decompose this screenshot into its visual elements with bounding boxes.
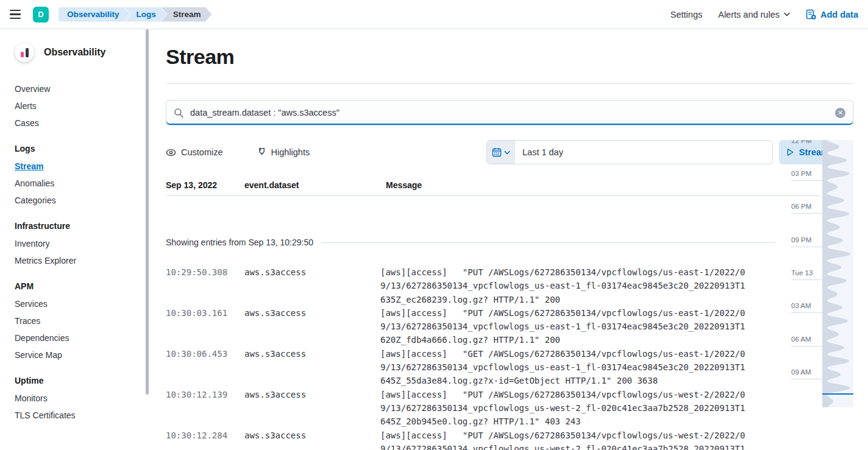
sidebar-section-header-infrastructure: Infrastructure bbox=[15, 220, 151, 232]
minimap-tick bbox=[791, 213, 822, 214]
search-input[interactable] bbox=[190, 108, 835, 118]
minimap-tick bbox=[791, 180, 822, 181]
sidebar-item-metrics-explorer[interactable]: Metrics Explorer bbox=[15, 255, 151, 267]
title-divider bbox=[166, 83, 853, 84]
minimap-time-label: 12 PM bbox=[791, 140, 811, 144]
alerts-and-rules-button[interactable]: Alerts and rules bbox=[718, 10, 790, 19]
sidebar-item-overview[interactable]: Overview bbox=[15, 83, 151, 95]
add-data-label: Add data bbox=[820, 10, 858, 19]
sidebar-section: OverviewAlertsCases bbox=[15, 83, 151, 129]
breadcrumb-logs[interactable]: Logs bbox=[124, 7, 167, 22]
minimap-time-label: 03 PM bbox=[791, 170, 811, 177]
log-entry-dataset: aws.s3access bbox=[244, 388, 380, 429]
log-entry-row[interactable]: 10:29:50.308aws.s3access[aws][access] "P… bbox=[166, 265, 853, 306]
sidebar-nav: OverviewAlertsCasesLogsStreamAnomaliesCa… bbox=[15, 83, 151, 421]
customize-button[interactable]: Customize bbox=[166, 147, 223, 158]
add-data-button[interactable]: Add data bbox=[806, 9, 858, 19]
header-actions: Settings Alerts and rules Add data bbox=[671, 9, 858, 19]
log-entries-list: 10:29:50.308aws.s3access[aws][access] "P… bbox=[166, 265, 853, 450]
top-header: D ObservabilityLogsStream Settings Alert… bbox=[0, 0, 868, 29]
minimap-time-label: 06 PM bbox=[791, 203, 811, 210]
minimap-density-chart[interactable] bbox=[822, 140, 853, 407]
minimap-position-marker[interactable] bbox=[822, 393, 853, 395]
settings-button[interactable]: Settings bbox=[671, 10, 702, 19]
sidebar-item-monitors[interactable]: Monitors bbox=[15, 392, 151, 404]
column-header-message[interactable]: Message bbox=[386, 180, 853, 190]
date-picker-calendar-button[interactable] bbox=[487, 141, 515, 164]
column-header-date[interactable]: Sep 13, 2022 bbox=[166, 180, 244, 190]
sidebar-section: APMServicesTracesDependenciesService Map bbox=[15, 280, 151, 361]
log-entry-message: [aws][access] "PUT /AWSLogs/627286350134… bbox=[380, 306, 745, 347]
log-entry-message: [aws][access] "PUT /AWSLogs/627286350134… bbox=[380, 388, 745, 429]
log-entry-row[interactable]: 10:30:12.139aws.s3access[aws][access] "P… bbox=[166, 388, 853, 429]
sidebar-item-traces[interactable]: Traces bbox=[15, 315, 151, 327]
minimap-tick bbox=[791, 379, 822, 379]
log-minimap[interactable]: 12 PM03 PM06 PM09 PMTue 1303 AM06 AM09 A… bbox=[785, 140, 853, 407]
log-entry-timestamp: 10:30:12.284 bbox=[166, 429, 244, 450]
showing-entries-divider bbox=[322, 242, 775, 243]
log-toolbar: Customize Highlights bbox=[166, 140, 853, 164]
space-badge[interactable]: D bbox=[33, 7, 49, 23]
settings-label: Settings bbox=[671, 10, 702, 19]
sidebar-item-alerts[interactable]: Alerts bbox=[15, 100, 151, 112]
minimap-time-label: 03 AM bbox=[791, 302, 811, 309]
showing-entries-label: Showing entries from Sep 13, 10:29:50 bbox=[166, 237, 313, 247]
log-entry-dataset: aws.s3access bbox=[244, 347, 380, 388]
highlights-button[interactable]: Highlights bbox=[257, 147, 310, 158]
log-entry-dataset: aws.s3access bbox=[244, 429, 380, 450]
sidebar-item-inventory[interactable]: Inventory bbox=[15, 237, 151, 250]
main-content: Stream ✕ Customize bbox=[151, 29, 868, 450]
date-picker: Last 1 day bbox=[486, 140, 773, 164]
log-entry-timestamp: 10:30:03.161 bbox=[166, 306, 244, 347]
highlights-marker-icon bbox=[257, 147, 266, 158]
log-entry-row[interactable]: 10:30:03.161aws.s3access[aws][access] "P… bbox=[166, 306, 853, 347]
table-header-divider bbox=[166, 195, 820, 196]
log-entry-timestamp: 10:30:06.453 bbox=[166, 347, 244, 388]
log-entry-dataset: aws.s3access bbox=[244, 306, 380, 347]
minimap-tick bbox=[791, 279, 822, 280]
customize-label: Customize bbox=[181, 147, 223, 157]
time-range-value[interactable]: Last 1 day bbox=[515, 141, 772, 164]
sidebar-section: InfrastructureInventoryMetrics Explorer bbox=[15, 220, 151, 267]
sidebar-item-anomalies[interactable]: Anomalies bbox=[15, 177, 151, 189]
sidebar-item-cases[interactable]: Cases bbox=[15, 117, 151, 129]
page-title: Stream bbox=[166, 45, 853, 69]
minimap-time-axis: 12 PM03 PM06 PM09 PMTue 1303 AM06 AM09 A… bbox=[785, 140, 822, 407]
minimap-time-label: 06 AM bbox=[791, 336, 811, 343]
sidebar-item-categories[interactable]: Categories bbox=[15, 194, 151, 206]
menu-icon[interactable] bbox=[10, 7, 24, 22]
sidebar-item-services[interactable]: Services bbox=[15, 298, 151, 310]
sidebar-app-title: Observability bbox=[44, 47, 105, 58]
add-data-icon bbox=[806, 9, 816, 19]
minimap-tick bbox=[791, 147, 822, 148]
log-entry-dataset: aws.s3access bbox=[244, 265, 380, 306]
sidebar-item-service-map[interactable]: Service Map bbox=[15, 349, 151, 361]
minimap-time-label: 09 PM bbox=[791, 236, 811, 244]
log-entry-row[interactable]: 10:30:06.453aws.s3access[aws][access] "G… bbox=[166, 347, 853, 388]
minimap-time-label: 09 AM bbox=[791, 368, 811, 376]
sidebar-scrollbar[interactable] bbox=[146, 29, 149, 395]
sidebar-section-header-apm: APM bbox=[15, 280, 151, 292]
breadcrumb-observability[interactable]: Observability bbox=[59, 7, 130, 22]
highlights-label: Highlights bbox=[271, 147, 310, 157]
column-header-dataset[interactable]: event.dataset bbox=[244, 180, 380, 190]
sidebar-item-dependencies[interactable]: Dependencies bbox=[15, 332, 151, 344]
calendar-icon bbox=[492, 147, 502, 157]
alerts-and-rules-label: Alerts and rules bbox=[718, 10, 780, 19]
search-bar: ✕ bbox=[166, 100, 853, 125]
sidebar: Observability OverviewAlertsCasesLogsStr… bbox=[0, 29, 151, 450]
clear-search-icon[interactable]: ✕ bbox=[835, 108, 845, 118]
minimap-time-label: Tue 13 bbox=[791, 269, 813, 276]
log-entry-row[interactable]: 10:30:12.284aws.s3access[aws][access] "P… bbox=[166, 429, 853, 450]
sidebar-section: UptimeMonitorsTLS Certificates bbox=[15, 374, 151, 421]
breadcrumb-stream: Stream bbox=[161, 7, 212, 22]
customize-eye-icon bbox=[166, 147, 176, 158]
sidebar-item-tls-certificates[interactable]: TLS Certificates bbox=[15, 409, 151, 421]
minimap-tick bbox=[791, 346, 822, 346]
sidebar-item-stream[interactable]: Stream bbox=[15, 160, 151, 172]
log-entry-timestamp: 10:30:12.139 bbox=[166, 388, 244, 429]
search-icon bbox=[174, 108, 184, 118]
minimap-density-svg bbox=[822, 140, 853, 407]
log-table-header: Sep 13, 2022 event.dataset Message bbox=[166, 180, 853, 190]
sidebar-app-header[interactable]: Observability bbox=[15, 43, 151, 62]
